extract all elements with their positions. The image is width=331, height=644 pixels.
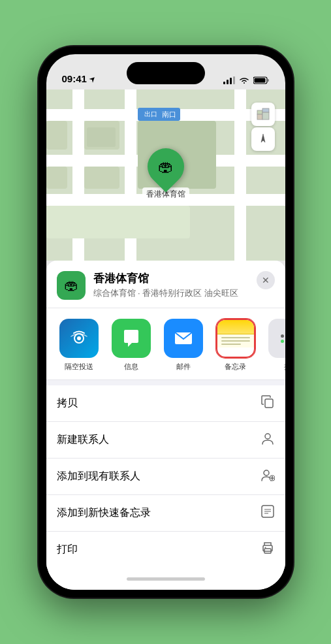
venue-description: 综合体育馆 · 香港特别行政区 油尖旺区 [93,287,249,299]
map-building [87,127,116,147]
new-contact-label: 新建联系人 [57,433,109,447]
dynamic-island [127,62,205,84]
map-controls[interactable] [251,103,275,151]
menu-item-new-contact[interactable]: 新建联系人 [46,422,285,459]
svg-rect-2 [230,78,232,84]
home-indicator [46,568,285,590]
airdrop-icon [59,319,99,358]
location-button[interactable] [251,127,275,151]
messages-icon [112,319,151,358]
print-label: 打印 [57,543,78,556]
venue-icon: 🏟 [57,271,86,300]
share-action-airdrop[interactable]: 隔空投送 [57,319,101,372]
wifi-icon [239,76,249,84]
phone-screen: 09:41 [46,54,285,590]
location-arrow-icon [89,75,97,83]
svg-point-12 [77,336,81,340]
svg-rect-0 [223,82,225,84]
notes-label: 备忘录 [225,362,246,372]
svg-point-16 [264,470,269,475]
copy-label: 拷贝 [57,396,78,410]
bottom-sheet: 🏟 香港体育馆 综合体育馆 · 香港特别行政区 油尖旺区 ✕ [46,261,285,590]
stadium-pin: 🏟 [140,140,191,192]
venue-info: 香港体育馆 综合体育馆 · 香港特别行政区 油尖旺区 [93,271,249,299]
more-label: 推 [284,362,285,372]
svg-rect-14 [265,399,273,408]
add-contact-label: 添加到现有联系人 [57,470,140,483]
svg-rect-8 [262,108,269,112]
menu-item-print[interactable]: 打印 [46,532,285,568]
share-action-messages[interactable]: 信息 [109,319,153,372]
location-icon [257,133,269,145]
menu-item-add-contact[interactable]: 添加到现有联系人 [46,459,285,495]
sheet-header: 🏟 香港体育馆 综合体育馆 · 香港特别行政区 油尖旺区 ✕ [46,261,285,308]
menu-list: 拷贝 新建联系人 [46,385,285,568]
map-block [46,167,67,189]
quick-note-icon [260,504,275,522]
notes-app-icon [216,319,255,358]
signal-icon [223,76,235,84]
svg-rect-3 [233,76,235,84]
map-south-entrance-label: 出口 南口 [138,108,180,121]
mail-label: 邮件 [176,362,191,372]
venue-name: 香港体育馆 [93,271,249,286]
svg-point-15 [265,434,270,439]
more-icon [268,319,285,358]
messages-label: 信息 [124,362,138,372]
svg-rect-5 [268,79,269,82]
share-action-more[interactable]: 推 [266,319,285,372]
print-icon [260,541,275,558]
map-block [46,121,67,150]
close-button[interactable]: ✕ [257,271,275,289]
status-time: 09:41 [62,73,97,84]
airdrop-label: 隔空投送 [65,362,93,372]
share-action-mail[interactable]: 邮件 [161,319,206,372]
share-actions-row: 隔空投送 信息 [46,308,285,380]
map-type-icon [257,108,270,121]
map-block [46,206,190,238]
new-contact-icon [260,431,275,449]
menu-item-copy[interactable]: 拷贝 [46,385,285,422]
map-area: 出口 南口 [46,89,285,261]
quick-note-label: 添加到新快速备忘录 [57,506,151,520]
svg-rect-1 [227,80,229,84]
phone-frame: 09:41 [39,46,293,598]
status-icons [223,76,270,84]
svg-rect-10 [262,112,269,120]
mail-envelope-icon [172,327,195,349]
svg-point-26 [264,547,266,549]
svg-rect-9 [257,114,262,120]
messages-bubble-icon [120,327,142,349]
airdrop-wifi-icon [68,327,90,349]
add-contact-icon [260,468,275,485]
copy-icon [260,394,275,412]
mail-icon [164,319,203,358]
share-action-notes[interactable]: 备忘录 [213,319,258,372]
menu-item-quick-note[interactable]: 添加到新快速备忘录 [46,495,285,532]
map-road [234,89,246,261]
svg-rect-7 [257,110,262,114]
map-block [84,167,119,189]
map-type-button[interactable] [251,103,275,126]
stadium-marker: 🏟 香港体育馆 [142,148,189,201]
svg-rect-6 [254,78,265,83]
battery-icon [253,76,270,84]
home-bar [127,577,205,581]
